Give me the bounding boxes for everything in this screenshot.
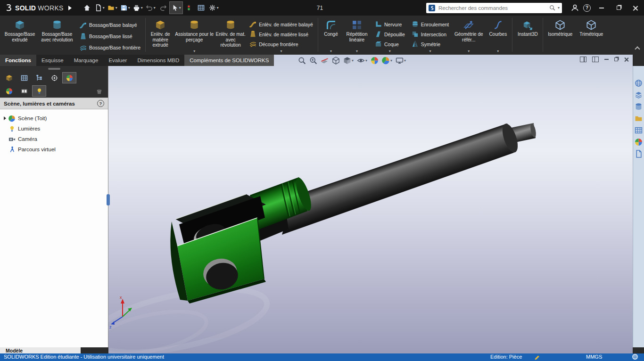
hide-show-items-button[interactable] <box>357 56 367 65</box>
rebuild-indicator-button[interactable] <box>183 1 195 14</box>
file-explorer-icon[interactable] <box>635 115 643 123</box>
ribbon-button-draft[interactable]: Dépouille <box>372 29 408 39</box>
split-pane-right-icon[interactable] <box>592 57 599 62</box>
fillet-icon <box>326 20 336 30</box>
tab-complements-solidworks[interactable]: Compléments de SOLIDWORKS <box>184 55 274 66</box>
ribbon-button-boss-boundary[interactable]: Bossage/Base frontière <box>76 42 144 53</box>
ribbon-button-cut-extrude[interactable]: Enlèv. de matière extrudé <box>147 16 173 54</box>
tab-model[interactable]: Modèle <box>0 347 81 353</box>
edit-appearance-button[interactable] <box>371 56 379 65</box>
window-minimize-button[interactable] <box>593 0 610 16</box>
tab-esquisse[interactable]: Esquisse <box>36 55 69 66</box>
zoom-fit-button[interactable] <box>298 56 306 65</box>
ribbon-collapse-chevron-icon[interactable] <box>635 46 640 51</box>
view-palette-icon[interactable] <box>635 126 643 134</box>
zoom-area-button[interactable] <box>309 56 317 65</box>
tree-item-walkthrough[interactable]: Parcours virtuel <box>0 144 108 155</box>
tab-dimensions-mbd[interactable]: Dimensions MBD <box>132 55 184 66</box>
document-close-icon[interactable] <box>624 57 629 62</box>
panel-help-icon[interactable]: ? <box>97 100 104 107</box>
tree-item-camera[interactable]: Caméra <box>0 134 108 144</box>
ribbon-button-isometric-view[interactable]: Isométrique <box>545 16 576 54</box>
ribbon-button-reference-geometry[interactable]: Géométrie de référ... <box>452 16 485 54</box>
search-icon[interactable] <box>549 5 555 11</box>
graphics-viewport[interactable]: x z <box>108 55 633 353</box>
ribbon-button-cut-loft[interactable]: Enlèv. de matière lissé <box>246 29 312 39</box>
tab-marquage[interactable]: Marquage <box>69 55 104 66</box>
ribbon-button-cut-revolve[interactable]: Enlèv. de mat. avec révolution <box>215 16 246 54</box>
subtab-scene-lights-cameras[interactable] <box>32 85 46 97</box>
document-minimize-icon[interactable] <box>604 59 609 60</box>
design-library-icon[interactable] <box>635 91 643 99</box>
panel-resize-handle[interactable] <box>107 194 110 205</box>
ribbon-button-linear-pattern[interactable]: Répétition linéaire <box>342 16 372 54</box>
ribbon-button-curves[interactable]: Courbes <box>485 16 511 54</box>
ribbon-button-cut-sweep[interactable]: Enlèv. de matière balayé <box>246 19 316 29</box>
tree-item-lights[interactable]: Lumières <box>0 123 108 134</box>
ribbon-button-intersect[interactable]: Intersection <box>408 29 450 39</box>
view-settings-button[interactable] <box>396 56 406 65</box>
select-tool-button[interactable] <box>169 1 183 14</box>
search-dropdown-arrow-icon[interactable]: ▾ <box>558 6 560 10</box>
ribbon-button-boss-revolve[interactable]: Bossage/Base avec révolution <box>38 16 76 54</box>
ribbon-button-boss-extrude[interactable]: Bossage/Base extrudé <box>2 16 38 54</box>
ribbon-button-boss-sweep[interactable]: Bossage/Base balayé <box>76 19 140 31</box>
split-pane-left-icon[interactable] <box>580 57 586 62</box>
section-view-button[interactable] <box>321 56 329 65</box>
ribbon-button-boss-loft[interactable]: Bossage/Base lissé <box>76 31 136 42</box>
edit-pencil-icon[interactable] <box>534 354 540 361</box>
home-button[interactable] <box>81 1 93 14</box>
ribbon-button-mirror[interactable]: Symétrie <box>408 39 444 49</box>
open-button[interactable] <box>106 1 119 14</box>
panel-grip-handle[interactable] <box>0 66 108 71</box>
options-button[interactable] <box>207 1 220 14</box>
cylinder-shaft[interactable] <box>282 122 521 235</box>
account-button[interactable] <box>569 2 581 14</box>
display-pane-button[interactable] <box>92 85 106 97</box>
tab-fonctions[interactable]: Fonctions <box>0 55 36 66</box>
ribbon-button-rib[interactable]: Nervure <box>372 19 405 29</box>
play-arrow-icon[interactable] <box>68 6 72 10</box>
apply-scene-button[interactable] <box>382 56 392 65</box>
undo-button[interactable] <box>144 1 157 14</box>
tab-featuremanager[interactable] <box>2 72 16 83</box>
clevis-block[interactable] <box>170 194 266 304</box>
expand-arrow-icon[interactable] <box>4 116 6 120</box>
display-style-button[interactable] <box>343 56 354 65</box>
status-globe-icon[interactable] <box>632 353 638 360</box>
table-button[interactable] <box>195 1 207 14</box>
tab-propertymanager[interactable] <box>17 72 31 83</box>
ribbon-button-fillet[interactable]: Congé <box>320 16 342 54</box>
part-3d-model[interactable]: x z <box>108 55 633 353</box>
tab-dimxpertmanager[interactable] <box>47 72 61 83</box>
tab-evaluer[interactable]: Evaluer <box>103 55 132 66</box>
toolbox-icon[interactable] <box>635 103 643 111</box>
document-restore-icon[interactable] <box>614 57 618 61</box>
ribbon-button-hole-wizard[interactable]: Assistance pour le perçage <box>173 16 215 54</box>
custom-properties-icon[interactable] <box>635 150 643 158</box>
window-close-button[interactable] <box>627 0 644 16</box>
ribbon-button-trimetric-view[interactable]: Trimétrique <box>576 16 607 54</box>
ribbon-button-shell[interactable]: Coque <box>372 39 402 49</box>
tab-displaymanager[interactable] <box>62 72 76 83</box>
save-button[interactable] <box>119 1 132 14</box>
redo-button[interactable] <box>157 1 169 14</box>
new-document-button[interactable] <box>93 1 106 14</box>
subtab-view-appearances[interactable] <box>2 85 16 97</box>
appearances-scenes-icon[interactable] <box>635 138 643 146</box>
command-search-input[interactable] <box>438 5 547 11</box>
ribbon-button-cut-boundary[interactable]: Découpe frontière <box>246 39 301 49</box>
window-restore-button[interactable] <box>610 0 627 16</box>
view-orientation-button[interactable] <box>332 56 340 65</box>
print-button[interactable] <box>132 1 144 14</box>
tab-configurationmanager[interactable] <box>32 72 46 83</box>
help-button[interactable]: ? <box>581 2 593 14</box>
status-units[interactable]: MMGS <box>586 354 602 360</box>
solidworks-resources-icon[interactable] <box>635 79 643 87</box>
command-search-box[interactable]: ▾ <box>426 3 562 13</box>
ribbon-button-instant3d[interactable]: Instant3D <box>514 16 541 54</box>
scene-lights-cameras-icon <box>36 88 43 95</box>
subtab-view-decals[interactable] <box>17 85 31 97</box>
tree-item-scene[interactable]: Scène (Toit) <box>0 113 108 123</box>
ribbon-button-wrap[interactable]: Enroulement <box>408 19 453 29</box>
